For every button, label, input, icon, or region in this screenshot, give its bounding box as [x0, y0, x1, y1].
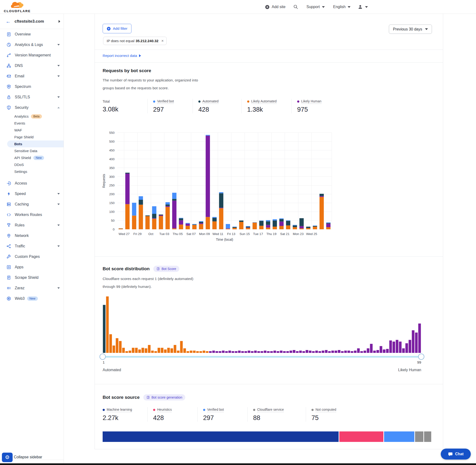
bot-score-badge[interactable]: Bot Score [153, 266, 179, 272]
bar-segment-likely-automated [206, 217, 210, 229]
sidebar-item-custom-pages[interactable]: Custom Pages [0, 252, 63, 262]
score-bar-54 [273, 351, 276, 353]
stat-label[interactable]: Cloudflare service [257, 408, 284, 412]
stat-value: 2.27k [103, 414, 148, 422]
score-bar-91 [392, 342, 395, 353]
sidebar-item-events[interactable]: Events [0, 120, 63, 127]
score-bar-30 [196, 351, 199, 353]
settings-gear-button[interactable]: ⚙ [2, 453, 13, 462]
stat-verified-bot: Verified bot297 [197, 407, 247, 422]
svg-text:0: 0 [113, 228, 115, 231]
score-bar-44 [241, 351, 244, 353]
stat-label[interactable]: Likely Automated [251, 99, 277, 104]
score-slider-track[interactable] [103, 356, 421, 358]
sidebar-item-overview[interactable]: Overview [0, 29, 63, 40]
score-bar-48 [254, 351, 257, 353]
sidebar-item-ddos[interactable]: DDoS [0, 161, 63, 168]
sidebar-item-dns[interactable]: DNS [0, 61, 63, 71]
stat-label[interactable]: Verified bot [157, 99, 174, 104]
sidebar-item-bots[interactable]: Bots [7, 140, 63, 147]
score-bar-8 [126, 351, 128, 353]
sidebar-item-label: Analytics [14, 114, 29, 118]
stat-label[interactable]: Heuristics [157, 408, 172, 412]
score-bar-50 [261, 351, 263, 353]
bar-segment-automated [326, 223, 330, 223]
sidebar-item-label: API Shield [14, 156, 31, 160]
sidebar-item-settings[interactable]: Settings [0, 168, 63, 175]
sidebar-item-sensitive-data[interactable]: Sensitive Data [0, 147, 63, 154]
score-bar-16 [151, 351, 154, 353]
score-bar-14 [145, 348, 148, 353]
bar-segment-automated [266, 222, 270, 225]
sidebar-item-spectrum[interactable]: Spectrum [0, 81, 63, 92]
sidebar-item-version-management[interactable]: Version Management [0, 50, 63, 61]
svg-text:Sun 15: Sun 15 [240, 232, 250, 236]
main-content-card: Add filter IP does not equal 35.212.240.… [95, 14, 443, 449]
report-incorrect-data-link[interactable]: Report incorrect data [103, 53, 141, 58]
slider-min-label: Automated [103, 368, 121, 372]
sidebar-item-workers-routes[interactable]: Workers Routes [0, 210, 63, 220]
stat-label[interactable]: Likely Human [301, 99, 321, 104]
score-bar-31 [199, 351, 202, 353]
stat-label[interactable]: Automated [202, 99, 219, 104]
beta-badge: Beta [31, 114, 42, 119]
bar-segment-verified-bot [326, 222, 330, 223]
sidebar-item-api-shield[interactable]: API ShieldNew [0, 154, 63, 161]
search-button[interactable] [293, 0, 298, 14]
back-arrow-icon[interactable]: ← [6, 19, 11, 24]
chevron-right-icon[interactable] [59, 20, 60, 23]
score-bar-69 [322, 351, 324, 353]
stat-label[interactable]: Verified bot [207, 408, 224, 412]
sidebar-item-web3[interactable]: Web3New [0, 293, 63, 304]
sidebar-item-label: Bots [14, 142, 22, 146]
sidebar-item-page-shield[interactable]: Page Shield [0, 134, 63, 140]
add-filter-button[interactable]: Add filter [103, 24, 131, 33]
svg-text:Fri 13: Fri 13 [227, 232, 235, 236]
new-badge: New [33, 156, 44, 160]
sidebar-item-ssl-tls[interactable]: SSL/TLS [0, 92, 63, 102]
sidebar-item-zaraz[interactable]: Zaraz [0, 283, 63, 293]
bot-score-generation-badge[interactable]: Bot score generation [143, 394, 185, 401]
chat-button[interactable]: Chat [441, 449, 471, 460]
stat-label[interactable]: Not computed [316, 408, 336, 412]
bar-segment-automated [125, 173, 129, 174]
sidebar-item-label: Sensitive Data [14, 149, 37, 153]
score-bar-21 [167, 348, 170, 353]
sidebar-item-rules[interactable]: Rules [0, 220, 63, 231]
chat-bubble-icon [448, 452, 453, 457]
bar-segment-automated [239, 221, 243, 222]
sidebar-item-speed[interactable]: Speed [0, 189, 63, 199]
section-divider [95, 62, 443, 63]
bar-segment-automated [172, 199, 176, 201]
sidebar-item-network[interactable]: Network [0, 231, 63, 241]
collapse-sidebar-button[interactable]: Collapse sidebar [14, 455, 42, 459]
sidebar-item-apps[interactable]: Apps [0, 262, 63, 272]
sidebar-item-analytics[interactable]: AnalyticsBeta [0, 113, 63, 120]
score-slider-handle-max[interactable] [418, 354, 424, 360]
add-site-button[interactable]: Add site [265, 0, 286, 14]
bar-segment-automated [306, 227, 310, 228]
language-menu[interactable]: English [333, 0, 350, 14]
scrape-shield-icon [6, 275, 11, 280]
close-icon[interactable]: × [161, 39, 164, 43]
cloudflare-logo[interactable]: CLOUDFLARE [4, 1, 31, 13]
sidebar-item-label: Access [15, 181, 27, 185]
date-range-dropdown[interactable]: Previous 30 days [389, 24, 432, 34]
sidebar-item-traffic[interactable]: Traffic [0, 241, 63, 252]
sidebar-item-access[interactable]: Access [0, 178, 63, 189]
score-slider-handle-min[interactable] [100, 354, 106, 360]
account-menu[interactable] [358, 0, 368, 14]
filter-chip-ip[interactable]: IP does not equal 35.212.240.32 × [103, 37, 167, 45]
sidebar-item-waf[interactable]: WAF [0, 127, 63, 134]
sidebar-item-email[interactable]: Email [0, 71, 63, 81]
sidebar-item-security[interactable]: Security [0, 102, 63, 113]
bar-segment-likely-human [299, 226, 304, 229]
site-header: ← cftestsite3.com [0, 14, 63, 29]
stat-label[interactable]: Machine learning [107, 408, 132, 412]
sidebar-item-label: WAF [14, 128, 22, 132]
sidebar-item-caching[interactable]: Caching [0, 199, 63, 210]
sidebar-item-scrape-shield[interactable]: Scrape Shield [0, 272, 63, 283]
sidebar-item-analytics-logs[interactable]: Analytics & Logs [0, 40, 63, 50]
source-segment-not-computed [424, 432, 431, 442]
support-menu[interactable]: Support [307, 0, 325, 14]
